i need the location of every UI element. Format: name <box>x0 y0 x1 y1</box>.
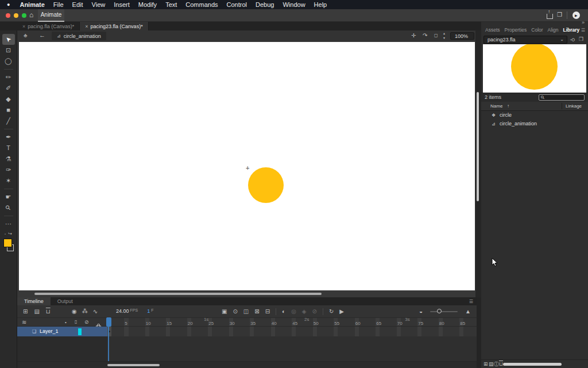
selection-tool[interactable]: ➤ <box>2 34 15 45</box>
onion-range-icon[interactable]: ⊘ <box>312 309 317 315</box>
text-tool[interactable]: T <box>2 143 15 154</box>
apple-menu-icon[interactable]: ● <box>7 2 10 7</box>
properties-icon[interactable]: ⓘ <box>494 360 499 368</box>
menu-item-view[interactable]: View <box>92 1 106 8</box>
library-item[interactable]: ❖circle <box>481 111 588 120</box>
document-tab[interactable]: ×pacing23.fla (Canvas)* <box>80 22 148 30</box>
new-layer-icon[interactable]: ⊞ <box>23 309 28 315</box>
layer-name-cell[interactable]: ❏ Layer_1 <box>17 327 107 336</box>
camera-icon[interactable]: ◉ <box>72 309 77 315</box>
menu-item-help[interactable]: Help <box>314 1 327 8</box>
menu-item-window[interactable]: Window <box>283 1 305 8</box>
menu-item-text[interactable]: Text <box>165 1 177 8</box>
menu-app-name[interactable]: Animate <box>20 1 44 8</box>
home-icon[interactable]: ⌂ <box>29 11 33 19</box>
library-item[interactable]: ⊿circle_animation <box>481 120 588 128</box>
menu-item-insert[interactable]: Insert <box>114 1 130 8</box>
breadcrumb[interactable]: ⊿ circle_animation <box>52 32 106 40</box>
swap-colors[interactable]: ▫↪ <box>5 231 12 236</box>
pin-library-icon[interactable]: ⚲ <box>570 38 575 42</box>
document-tab[interactable]: ×pacing.fla (Canvas)* <box>17 22 80 30</box>
free-transform-tool[interactable]: ⊡ <box>2 45 15 56</box>
edit-multiple-frames-icon[interactable]: ◈ <box>302 309 307 315</box>
new-library-panel-icon[interactable]: ❐ <box>579 36 583 42</box>
stage-vertical-scrollbar[interactable] <box>477 92 479 201</box>
home-tab[interactable]: Animate <box>38 9 64 22</box>
close-window-button[interactable] <box>6 13 10 18</box>
insert-frame-icon[interactable]: ◫ <box>243 309 249 315</box>
menu-item-debug[interactable]: Debug <box>256 1 274 8</box>
column-name[interactable]: Name <box>490 102 502 110</box>
new-folder-icon[interactable]: ▤ <box>489 360 494 368</box>
stage[interactable]: + <box>19 42 475 290</box>
reset-timeline-zoom-icon[interactable]: ◒ <box>419 309 423 315</box>
fluid-brush-tool[interactable]: ✏ <box>2 72 15 83</box>
classic-brush-tool[interactable]: ✐ <box>2 83 15 94</box>
highlight-column-icon[interactable]: • <box>65 320 67 325</box>
current-frame-value[interactable]: 1 <box>147 308 150 314</box>
stage-horizontal-scrollbar[interactable] <box>34 293 322 295</box>
delete-icon[interactable]: ⊔ <box>46 309 51 315</box>
onion-skin-outlines-icon[interactable]: ◎ <box>291 309 296 315</box>
clip-content-icon[interactable]: ◻ <box>434 33 438 38</box>
library-panel-menu-icon[interactable]: ☰ <box>581 28 585 33</box>
menu-item-modify[interactable]: Modify <box>138 1 157 8</box>
more-tools[interactable]: ⋯ <box>2 218 15 229</box>
panel-tab-properties[interactable]: Properties <box>505 25 527 34</box>
document-select[interactable]: pacing23.fla ⌄ <box>483 36 567 44</box>
center-stage-icon[interactable]: ✛ <box>411 32 416 39</box>
new-symbol-icon[interactable]: ⊞ <box>483 360 488 368</box>
loop-icon[interactable]: ↻ <box>329 309 334 315</box>
share-icon[interactable]: ↑ <box>547 14 553 19</box>
column-divider[interactable] <box>562 103 562 109</box>
zoom-window-button[interactable] <box>22 13 26 18</box>
menu-item-commands[interactable]: Commands <box>185 1 218 8</box>
insert-blank-keyframe-icon[interactable]: ⊙ <box>233 309 237 315</box>
rectangle-tool[interactable]: ■ <box>2 105 15 116</box>
step-up-icon[interactable]: ▴ <box>443 31 445 36</box>
back-button[interactable]: ← <box>39 32 45 39</box>
step-down-icon[interactable]: ▾ <box>443 36 445 40</box>
timeline-scrollbar[interactable] <box>107 364 160 366</box>
onion-skin-icon[interactable]: ◐ <box>282 309 285 315</box>
frame-ruler[interactable]: 5101520253035404550556065707580851s2s3s <box>107 318 477 326</box>
hand-tool[interactable]: ☛ <box>2 191 15 202</box>
new-folder-icon[interactable]: ▤ <box>34 309 39 315</box>
zoom-level-input[interactable]: 100% <box>450 32 474 40</box>
collapse-panels-icon[interactable]: » <box>582 20 585 25</box>
timeline-tab-timeline[interactable]: Timeline <box>17 297 51 305</box>
menu-item-edit[interactable]: Edit <box>72 1 83 8</box>
library-scrollbar[interactable] <box>503 363 562 366</box>
panel-tab-library[interactable]: Library <box>563 25 579 34</box>
close-tab-icon[interactable]: × <box>22 24 25 29</box>
layer-parenting-icon[interactable]: ⁂ <box>82 309 88 315</box>
test-movie-button[interactable]: ▶ <box>572 12 580 19</box>
eyedropper-tool[interactable]: ✑ <box>2 164 15 175</box>
panel-tab-assets[interactable]: Assets <box>485 25 500 34</box>
play-icon[interactable]: ▶ <box>339 309 344 315</box>
layer-name[interactable]: Layer_1 <box>40 327 59 336</box>
timeline-tab-output[interactable]: Output <box>51 297 80 305</box>
eraser-tool[interactable]: ◆ <box>2 94 15 105</box>
fill-color-swatch[interactable] <box>3 239 12 247</box>
zoom-stepper[interactable]: ▴ ▾ <box>443 31 445 40</box>
slider-knob[interactable] <box>437 309 442 313</box>
insert-keyframe-icon[interactable]: ▣ <box>222 309 227 315</box>
workspace-icon[interactable]: ❐ <box>557 12 562 18</box>
close-tab-icon[interactable]: × <box>85 24 88 29</box>
layer-frames-track[interactable] <box>107 327 477 336</box>
swap-arrow-icon[interactable]: ↪ <box>8 231 12 236</box>
pen-tool[interactable]: ✒ <box>2 132 15 143</box>
delete-icon[interactable]: ⊔ <box>499 360 503 368</box>
auto-keyframe-icon[interactable]: ⊠ <box>254 309 259 315</box>
line-tool[interactable]: ╱ <box>2 116 15 126</box>
fps-value[interactable]: 24.00 <box>116 308 129 314</box>
zoom-tool[interactable]: ⚲ <box>2 202 15 213</box>
menu-item-control[interactable]: Control <box>227 1 247 8</box>
scene-icon[interactable]: ♣ <box>24 32 28 39</box>
outline-column-icon[interactable]: ▯ <box>75 319 77 324</box>
asset-warp-tool[interactable]: ✶ <box>2 175 15 186</box>
timeline-layer-row[interactable]: ❏ Layer_1 <box>17 327 477 336</box>
timeline-zoom-slider[interactable] <box>430 311 458 312</box>
panel-tab-color[interactable]: Color <box>531 25 543 34</box>
